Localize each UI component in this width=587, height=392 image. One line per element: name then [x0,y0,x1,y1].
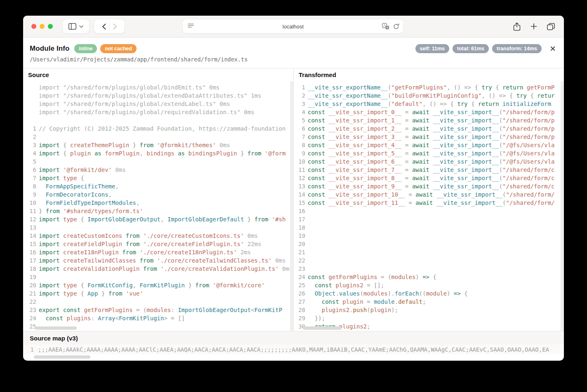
line-content [36,116,39,124]
tab-overview-icon[interactable] [547,23,555,30]
code-line: 9 FormDecoratorIcons, [23,190,293,199]
line-content: const plugins2 = []; [305,281,384,289]
navigation-buttons [94,19,125,33]
line-number: 15 [294,199,305,207]
back-button[interactable] [102,23,106,30]
sourcemap-horizontal-scrollbar[interactable] [34,355,90,359]
status-badge: not cached [100,44,137,53]
line-number: 14 [294,190,305,199]
code-line: 21 [294,248,564,256]
code-line: 13const __vite_ssr_import_9__ = await __… [294,182,564,190]
source-vertical-scrollbar[interactable] [290,81,293,331]
code-line: 18import createValidationPlugin from './… [23,265,293,273]
line-number: 21 [23,289,36,298]
sourcemap-line: 1 ;;;AAEA;AAAkC;AAAA;AAAA;AAAA;AAClC;AAE… [23,345,564,354]
line-number: 2 [294,92,305,100]
code-line: 24 const plugins: Array<FormKitPlugin> =… [23,314,293,322]
transformed-horizontal-scrollbar[interactable] [303,326,342,330]
line-content: const getFormPlugins = (modules) => { [305,273,436,281]
line-content: const plugin = module.default; [305,298,426,306]
sourcemap-section: Source map (v3) 1 ;;;AAEA;AAAkC;AAAA;AAA… [23,331,564,359]
code-line: 17 [294,215,564,223]
code-line: 19 [294,232,564,240]
close-window-button[interactable] [31,24,36,29]
reload-icon[interactable] [393,23,399,30]
minimize-window-button[interactable] [40,24,45,29]
code-line: 27 const plugin = module.default; [294,298,564,306]
line-number: 5 [294,116,305,124]
transformed-panel-title: Transformed [294,68,564,81]
svg-text:a: a [387,26,388,29]
zoom-window-button[interactable] [48,24,53,29]
line-number: 26 [294,289,305,298]
browser-window: localhost Aa Module Info in [23,16,564,361]
source-horizontal-scrollbar[interactable] [35,326,77,330]
line-content: import '@formkit/dev' 0ms [36,166,126,174]
timing-badge: self: 11ms [415,44,449,53]
code-line: 3__vite_ssr_exportName__("default", () =… [294,100,564,108]
line-number: 1 [23,346,34,353]
code-line: 11} from '#shared/types/form.ts' [23,207,293,215]
forward-button[interactable] [113,23,117,30]
line-number: 29 [294,314,305,322]
line-content: const __vite_ssr_import_5__ = await __vi… [305,149,555,157]
line-number [23,100,36,108]
code-line: 4import { plugin as formPlugin, bindings… [23,149,293,157]
line-number: 16 [23,248,36,256]
address-bar[interactable]: localhost Aa [183,19,403,33]
line-content: import createI18nPlugin from './core/cre… [36,248,251,256]
code-line [23,116,293,124]
code-line: 14import createCustomIcons from './core/… [23,232,293,240]
line-number: 9 [294,149,305,157]
translate-icon[interactable]: Aa [382,23,389,30]
line-number: 11 [294,166,305,174]
transformed-vertical-scrollbar[interactable] [561,81,564,331]
line-number: 18 [294,223,305,232]
code-line: 26 Object.values(modules).forEach((modul… [294,289,564,298]
code-line: 22 [294,256,564,265]
source-code-lines: import "/shared/form/plugins/global/bind… [23,81,293,331]
close-icon[interactable]: × [550,45,556,53]
line-content: import createFieldPlugin from './core/cr… [36,240,261,248]
line-number: 19 [23,273,36,281]
module-file-path: /Users/vladimir/Projects/zammad/app/fron… [23,53,564,68]
line-number: 23 [294,265,305,273]
line-content: plugins2.push(plugin); [305,306,398,314]
timing-badge: transform: 14ms [492,44,542,53]
code-line: 6import '@formkit/dev' 0ms [23,166,293,174]
line-number: 21 [294,248,305,256]
code-line: 21import type { App } from 'vue' [23,289,293,298]
line-number: 3 [294,100,305,108]
share-icon[interactable] [513,22,521,31]
code-line: 5 [23,157,293,166]
line-number: 9 [23,190,36,199]
line-number: 4 [23,149,36,157]
line-number: 19 [294,232,305,240]
line-content [36,133,39,141]
line-number: 17 [23,256,36,265]
line-content: const __vite_ssr_import_0__ = await __vi… [305,108,555,116]
sidebar-toggle-button[interactable] [63,19,89,33]
code-line: 18 [294,223,564,232]
line-content [305,223,308,232]
reader-icon[interactable] [188,23,194,29]
status-badge: inline [74,44,97,53]
line-content: const __vite_ssr_import_1__ = await __vi… [305,116,555,124]
code-line: 19 [23,273,293,281]
code-line: 16 [294,207,564,215]
new-tab-icon[interactable] [530,23,537,30]
line-number: 18 [23,265,36,273]
line-number: 16 [294,207,305,215]
line-content: // Copyright (C) 2012-2025 Zammad Founda… [36,124,285,133]
code-line: 1__vite_ssr_exportName__("getFormPlugins… [294,83,564,92]
code-line: 2__vite_ssr_exportName__("buildFormKitPl… [294,92,564,100]
line-content [36,223,39,232]
line-number: 10 [294,157,305,166]
line-content: import { plugin as formPlugin, bindings … [36,149,286,157]
line-number: 1 [294,83,305,92]
line-content: import type { App } from 'vue' [36,289,143,298]
line-number: 22 [294,256,305,265]
line-number: 24 [294,273,305,281]
line-number: 4 [294,108,305,116]
line-number: 14 [23,232,36,240]
